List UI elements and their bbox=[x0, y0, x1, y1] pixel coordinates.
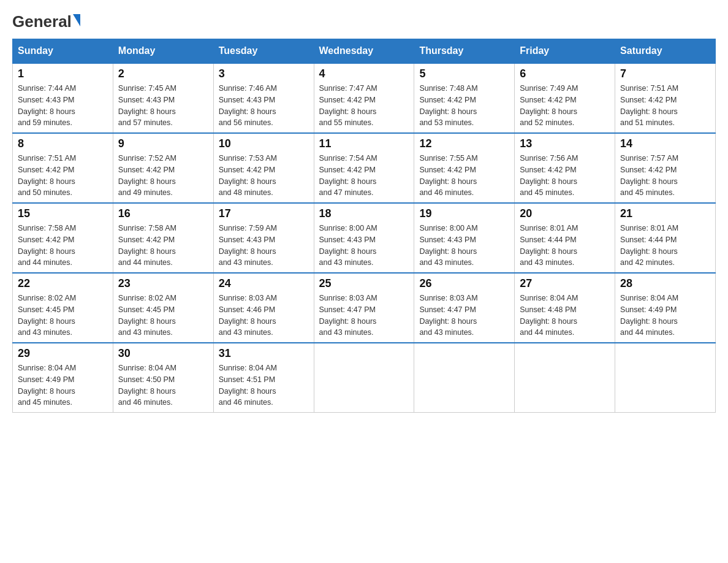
day-number: 11 bbox=[319, 137, 409, 150]
day-info: Sunrise: 8:00 AMSunset: 4:43 PMDaylight:… bbox=[419, 223, 509, 269]
calendar-header-saturday: Saturday bbox=[615, 39, 716, 64]
day-number: 12 bbox=[419, 137, 509, 150]
day-info: Sunrise: 7:57 AMSunset: 4:42 PMDaylight:… bbox=[620, 153, 710, 199]
day-info: Sunrise: 7:58 AMSunset: 4:42 PMDaylight:… bbox=[18, 223, 108, 269]
calendar-header-thursday: Thursday bbox=[414, 39, 515, 64]
calendar-cell bbox=[314, 343, 414, 413]
day-number: 17 bbox=[219, 207, 309, 220]
day-number: 9 bbox=[118, 137, 208, 150]
day-info: Sunrise: 8:00 AMSunset: 4:43 PMDaylight:… bbox=[319, 223, 409, 269]
calendar-header-sunday: Sunday bbox=[13, 39, 113, 64]
logo: General bbox=[12, 12, 80, 26]
day-info: Sunrise: 7:54 AMSunset: 4:42 PMDaylight:… bbox=[319, 153, 409, 199]
day-info: Sunrise: 8:04 AMSunset: 4:49 PMDaylight:… bbox=[620, 293, 710, 339]
day-number: 6 bbox=[520, 67, 610, 80]
day-info: Sunrise: 7:47 AMSunset: 4:42 PMDaylight:… bbox=[319, 83, 409, 129]
calendar-cell: 11Sunrise: 7:54 AMSunset: 4:42 PMDayligh… bbox=[314, 133, 414, 203]
day-number: 29 bbox=[18, 347, 108, 360]
calendar-cell: 29Sunrise: 8:04 AMSunset: 4:49 PMDayligh… bbox=[13, 343, 113, 413]
calendar-cell: 5Sunrise: 7:48 AMSunset: 4:42 PMDaylight… bbox=[414, 63, 515, 133]
day-number: 26 bbox=[419, 277, 509, 290]
day-number: 28 bbox=[620, 277, 710, 290]
calendar-cell: 14Sunrise: 7:57 AMSunset: 4:42 PMDayligh… bbox=[615, 133, 716, 203]
day-number: 5 bbox=[419, 67, 509, 80]
day-info: Sunrise: 7:53 AMSunset: 4:42 PMDaylight:… bbox=[219, 153, 309, 199]
calendar-cell: 18Sunrise: 8:00 AMSunset: 4:43 PMDayligh… bbox=[314, 203, 414, 273]
calendar-cell: 15Sunrise: 7:58 AMSunset: 4:42 PMDayligh… bbox=[13, 203, 113, 273]
day-info: Sunrise: 8:04 AMSunset: 4:49 PMDaylight:… bbox=[18, 362, 108, 408]
calendar-cell: 9Sunrise: 7:52 AMSunset: 4:42 PMDaylight… bbox=[113, 133, 213, 203]
day-number: 16 bbox=[118, 207, 208, 220]
calendar-cell: 3Sunrise: 7:46 AMSunset: 4:43 PMDaylight… bbox=[213, 63, 314, 133]
day-number: 25 bbox=[319, 277, 409, 290]
day-number: 30 bbox=[118, 347, 208, 360]
day-number: 2 bbox=[118, 67, 208, 80]
calendar-cell: 4Sunrise: 7:47 AMSunset: 4:42 PMDaylight… bbox=[314, 63, 414, 133]
calendar-cell: 24Sunrise: 8:03 AMSunset: 4:46 PMDayligh… bbox=[213, 273, 314, 343]
day-number: 21 bbox=[620, 207, 710, 220]
calendar-header-friday: Friday bbox=[515, 39, 615, 64]
day-info: Sunrise: 7:55 AMSunset: 4:42 PMDaylight:… bbox=[419, 153, 509, 199]
day-number: 4 bbox=[319, 67, 409, 80]
week-row-4: 22Sunrise: 8:02 AMSunset: 4:45 PMDayligh… bbox=[13, 273, 716, 343]
calendar-cell: 2Sunrise: 7:45 AMSunset: 4:43 PMDaylight… bbox=[113, 63, 213, 133]
day-number: 23 bbox=[118, 277, 208, 290]
calendar-cell: 13Sunrise: 7:56 AMSunset: 4:42 PMDayligh… bbox=[515, 133, 615, 203]
week-row-1: 1Sunrise: 7:44 AMSunset: 4:43 PMDaylight… bbox=[13, 63, 716, 133]
calendar-cell: 31Sunrise: 8:04 AMSunset: 4:51 PMDayligh… bbox=[213, 343, 314, 413]
calendar-cell: 23Sunrise: 8:02 AMSunset: 4:45 PMDayligh… bbox=[113, 273, 213, 343]
week-row-2: 8Sunrise: 7:51 AMSunset: 4:42 PMDaylight… bbox=[13, 133, 716, 203]
day-info: Sunrise: 7:48 AMSunset: 4:42 PMDaylight:… bbox=[419, 83, 509, 129]
calendar-cell: 12Sunrise: 7:55 AMSunset: 4:42 PMDayligh… bbox=[414, 133, 515, 203]
week-row-3: 15Sunrise: 7:58 AMSunset: 4:42 PMDayligh… bbox=[13, 203, 716, 273]
logo-general-text: General bbox=[12, 12, 72, 31]
day-info: Sunrise: 7:49 AMSunset: 4:42 PMDaylight:… bbox=[520, 83, 610, 129]
calendar-cell: 27Sunrise: 8:04 AMSunset: 4:48 PMDayligh… bbox=[515, 273, 615, 343]
day-number: 18 bbox=[319, 207, 409, 220]
day-number: 31 bbox=[219, 347, 309, 360]
day-number: 20 bbox=[520, 207, 610, 220]
day-info: Sunrise: 7:58 AMSunset: 4:42 PMDaylight:… bbox=[118, 223, 208, 269]
calendar-cell bbox=[414, 343, 515, 413]
day-info: Sunrise: 8:02 AMSunset: 4:45 PMDaylight:… bbox=[118, 293, 208, 339]
day-number: 7 bbox=[620, 67, 710, 80]
calendar-cell: 28Sunrise: 8:04 AMSunset: 4:49 PMDayligh… bbox=[615, 273, 716, 343]
day-info: Sunrise: 7:51 AMSunset: 4:42 PMDaylight:… bbox=[18, 153, 108, 199]
calendar-cell bbox=[615, 343, 716, 413]
day-number: 8 bbox=[18, 137, 108, 150]
calendar-cell bbox=[515, 343, 615, 413]
calendar-cell: 20Sunrise: 8:01 AMSunset: 4:44 PMDayligh… bbox=[515, 203, 615, 273]
page-header: General bbox=[12, 12, 716, 26]
day-info: Sunrise: 8:04 AMSunset: 4:48 PMDaylight:… bbox=[520, 293, 610, 339]
calendar-header-tuesday: Tuesday bbox=[213, 39, 314, 64]
day-info: Sunrise: 8:02 AMSunset: 4:45 PMDaylight:… bbox=[18, 293, 108, 339]
calendar-header-row: SundayMondayTuesdayWednesdayThursdayFrid… bbox=[13, 39, 716, 64]
day-info: Sunrise: 7:46 AMSunset: 4:43 PMDaylight:… bbox=[219, 83, 309, 129]
day-number: 1 bbox=[18, 67, 108, 80]
day-info: Sunrise: 8:04 AMSunset: 4:51 PMDaylight:… bbox=[219, 362, 309, 408]
calendar-cell: 19Sunrise: 8:00 AMSunset: 4:43 PMDayligh… bbox=[414, 203, 515, 273]
day-number: 15 bbox=[18, 207, 108, 220]
day-info: Sunrise: 7:59 AMSunset: 4:43 PMDaylight:… bbox=[219, 223, 309, 269]
day-info: Sunrise: 7:56 AMSunset: 4:42 PMDaylight:… bbox=[520, 153, 610, 199]
day-info: Sunrise: 8:03 AMSunset: 4:47 PMDaylight:… bbox=[319, 293, 409, 339]
day-info: Sunrise: 7:44 AMSunset: 4:43 PMDaylight:… bbox=[18, 83, 108, 129]
calendar-cell: 25Sunrise: 8:03 AMSunset: 4:47 PMDayligh… bbox=[314, 273, 414, 343]
calendar-cell: 22Sunrise: 8:02 AMSunset: 4:45 PMDayligh… bbox=[13, 273, 113, 343]
calendar-cell: 17Sunrise: 7:59 AMSunset: 4:43 PMDayligh… bbox=[213, 203, 314, 273]
calendar-cell: 1Sunrise: 7:44 AMSunset: 4:43 PMDaylight… bbox=[13, 63, 113, 133]
day-number: 3 bbox=[219, 67, 309, 80]
calendar-cell: 21Sunrise: 8:01 AMSunset: 4:44 PMDayligh… bbox=[615, 203, 716, 273]
calendar-cell: 6Sunrise: 7:49 AMSunset: 4:42 PMDaylight… bbox=[515, 63, 615, 133]
day-number: 14 bbox=[620, 137, 710, 150]
calendar-table: SundayMondayTuesdayWednesdayThursdayFrid… bbox=[12, 39, 716, 413]
day-info: Sunrise: 8:01 AMSunset: 4:44 PMDaylight:… bbox=[620, 223, 710, 269]
day-number: 27 bbox=[520, 277, 610, 290]
day-number: 22 bbox=[18, 277, 108, 290]
day-number: 13 bbox=[520, 137, 610, 150]
day-info: Sunrise: 8:03 AMSunset: 4:46 PMDaylight:… bbox=[219, 293, 309, 339]
week-row-5: 29Sunrise: 8:04 AMSunset: 4:49 PMDayligh… bbox=[13, 343, 716, 413]
day-info: Sunrise: 7:52 AMSunset: 4:42 PMDaylight:… bbox=[118, 153, 208, 199]
day-number: 24 bbox=[219, 277, 309, 290]
day-info: Sunrise: 7:51 AMSunset: 4:42 PMDaylight:… bbox=[620, 83, 710, 129]
